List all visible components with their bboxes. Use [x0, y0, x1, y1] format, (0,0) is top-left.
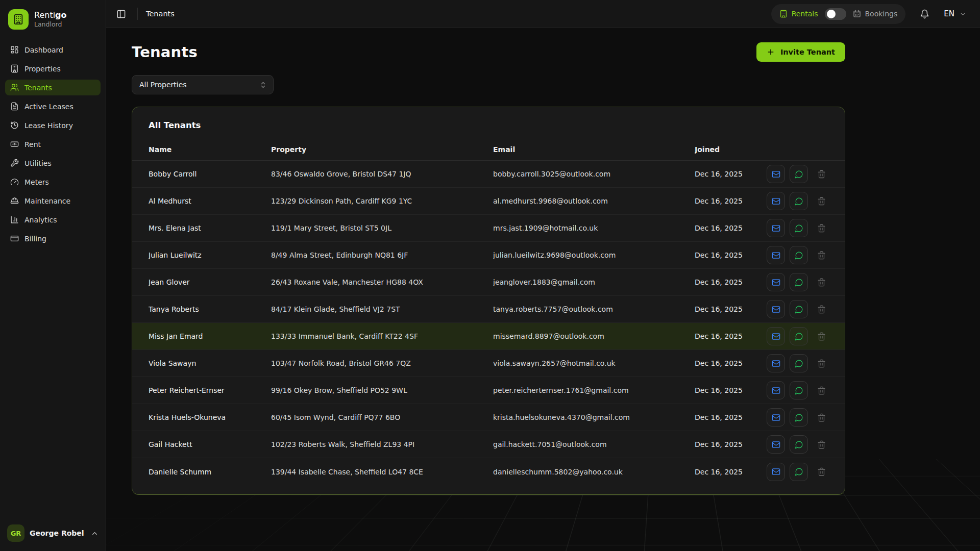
building-icon: [779, 10, 788, 18]
sidebar-item-label: Billing: [24, 235, 46, 243]
notifications-bell-icon[interactable]: [918, 7, 932, 21]
calendar-icon: [853, 10, 861, 18]
sidebar-item-maintenance[interactable]: Maintenance: [5, 193, 101, 209]
delete-tenant-button[interactable]: [814, 381, 828, 399]
property-filter-select[interactable]: All Properties: [132, 75, 274, 94]
sidebar-item-properties[interactable]: Properties: [5, 61, 101, 77]
tenant-row[interactable]: Peter Reichert-Ernser99/16 Okey Brow, Sh…: [132, 377, 845, 404]
chat-message-button[interactable]: [790, 273, 808, 291]
mode-option-rentals[interactable]: Rentals: [779, 10, 818, 18]
chat-message-button[interactable]: [790, 300, 808, 318]
chat-message-button[interactable]: [790, 219, 808, 237]
delete-tenant-button[interactable]: [814, 463, 828, 481]
tenant-property: 60/45 Isom Wynd, Cardiff PQ77 6BO: [271, 413, 493, 421]
sidebar-item-utilities[interactable]: Utilities: [5, 155, 101, 171]
delete-tenant-button[interactable]: [814, 435, 828, 454]
sidebar-item-label: Analytics: [24, 216, 57, 224]
delete-tenant-button[interactable]: [814, 354, 828, 372]
tenant-row[interactable]: Gail Hackett102/23 Roberts Walk, Sheffie…: [132, 431, 845, 458]
chat-message-button[interactable]: [790, 435, 808, 454]
trash-icon: [817, 467, 826, 476]
chat-message-button[interactable]: [790, 246, 808, 264]
tenant-row[interactable]: Julian Lueilwitz8/49 Alma Street, Edinbu…: [132, 242, 845, 269]
all-tenants-card: All Tenants Name Property Email Joined B…: [132, 107, 845, 495]
tenant-email: tanya.roberts.7757@outlook.com: [493, 305, 695, 313]
chat-icon: [795, 197, 803, 206]
delete-tenant-button[interactable]: [814, 219, 828, 237]
send-email-button[interactable]: [767, 300, 785, 318]
chat-message-button[interactable]: [790, 192, 808, 210]
chat-message-button[interactable]: [790, 381, 808, 399]
tenant-name: Miss Jan Emard: [149, 332, 271, 340]
tenant-row[interactable]: Tanya Roberts84/17 Klein Glade, Sheffiel…: [132, 296, 845, 323]
sidebar-item-meters[interactable]: Meters: [5, 174, 101, 190]
chat-message-button[interactable]: [790, 463, 808, 481]
send-email-button[interactable]: [767, 165, 785, 183]
sidebar-nav: DashboardPropertiesTenantsActive LeasesL…: [5, 42, 101, 246]
delete-tenant-button[interactable]: [814, 165, 828, 183]
send-email-button[interactable]: [767, 463, 785, 481]
sidebar-toggle-icon[interactable]: [113, 6, 129, 22]
chat-message-button[interactable]: [790, 354, 808, 372]
send-email-button[interactable]: [767, 354, 785, 372]
tenant-row[interactable]: Miss Jan Emard133/33 Immanuel Bank, Card…: [132, 323, 845, 350]
main-column: Tenants Rentals Bookings: [106, 0, 980, 551]
tenant-name: Julian Lueilwitz: [149, 251, 271, 259]
mail-icon: [772, 332, 780, 341]
brand-text: Rentigo Landlord: [34, 10, 67, 29]
sidebar-item-lease-history[interactable]: Lease History: [5, 117, 101, 133]
chat-message-button[interactable]: [790, 327, 808, 345]
tenant-row[interactable]: Bobby Carroll83/46 Oswaldo Grove, Bristo…: [132, 161, 845, 188]
chat-message-button[interactable]: [790, 165, 808, 183]
tenant-joined-date: Dec 16, 2025: [695, 278, 763, 286]
send-email-button[interactable]: [767, 246, 785, 264]
tenant-row[interactable]: Krista Huels-Okuneva60/45 Isom Wynd, Car…: [132, 404, 845, 431]
sidebar-item-dashboard[interactable]: Dashboard: [5, 42, 101, 58]
send-email-button[interactable]: [767, 435, 785, 454]
sidebar: Rentigo Landlord DashboardPropertiesTena…: [0, 0, 106, 551]
delete-tenant-button[interactable]: [814, 273, 828, 291]
send-email-button[interactable]: [767, 273, 785, 291]
tenant-row[interactable]: Jean Glover26/43 Roxane Vale, Manchester…: [132, 269, 845, 296]
column-header-property: Property: [271, 145, 493, 154]
chat-message-button[interactable]: [790, 408, 808, 427]
tenant-row[interactable]: Danielle Schumm139/44 Isabelle Chase, Sh…: [132, 458, 845, 485]
sidebar-item-tenants[interactable]: Tenants: [5, 80, 101, 95]
sidebar-item-active-leases[interactable]: Active Leases: [5, 98, 101, 114]
sidebar-item-billing[interactable]: Billing: [5, 231, 101, 246]
tenant-row[interactable]: Viola Sawayn103/47 Norfolk Road, Bristol…: [132, 350, 845, 377]
sidebar-item-rent[interactable]: Rent: [5, 136, 101, 152]
chat-icon: [795, 305, 803, 314]
send-email-button[interactable]: [767, 408, 785, 427]
delete-tenant-button[interactable]: [814, 246, 828, 264]
delete-tenant-button[interactable]: [814, 327, 828, 345]
trash-icon: [817, 224, 826, 233]
tenant-row[interactable]: Mrs. Elena Jast119/1 Mary Street, Bristo…: [132, 215, 845, 242]
wrench-icon: [10, 159, 19, 167]
row-actions: [763, 219, 828, 237]
tenant-joined-date: Dec 16, 2025: [695, 251, 763, 259]
send-email-button[interactable]: [767, 192, 785, 210]
tenant-property: 123/29 Dickinson Path, Cardiff KG9 1YC: [271, 197, 493, 205]
sidebar-item-analytics[interactable]: Analytics: [5, 212, 101, 228]
gauge-icon: [10, 178, 19, 186]
chat-icon: [795, 359, 803, 368]
tenant-row[interactable]: Al Medhurst123/29 Dickinson Path, Cardif…: [132, 188, 845, 215]
sidebar-item-label: Tenants: [24, 84, 52, 92]
delete-tenant-button[interactable]: [814, 408, 828, 427]
user-menu[interactable]: GR George Robel: [5, 521, 101, 543]
row-actions: [763, 300, 828, 318]
language-selector[interactable]: EN: [944, 9, 967, 18]
send-email-button[interactable]: [767, 219, 785, 237]
send-email-button[interactable]: [767, 327, 785, 345]
tenant-property: 119/1 Mary Street, Bristol ST5 0JL: [271, 224, 493, 232]
topbar-divider: [137, 8, 138, 20]
mode-switch[interactable]: [825, 8, 846, 20]
delete-tenant-button[interactable]: [814, 300, 828, 318]
invite-tenant-button[interactable]: Invite Tenant: [756, 42, 845, 62]
row-actions: [763, 463, 828, 481]
delete-tenant-button[interactable]: [814, 192, 828, 210]
send-email-button[interactable]: [767, 381, 785, 399]
tenant-joined-date: Dec 16, 2025: [695, 197, 763, 205]
mode-option-bookings[interactable]: Bookings: [853, 10, 898, 18]
